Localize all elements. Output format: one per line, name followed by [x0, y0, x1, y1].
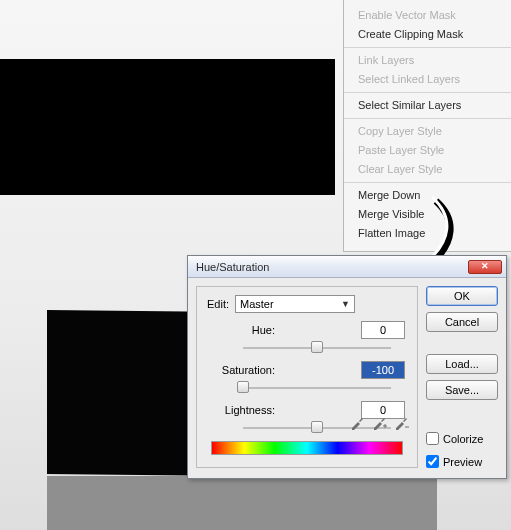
dialog-titlebar[interactable]: Hue/Saturation ✕ [188, 256, 506, 278]
hue-slider[interactable] [243, 341, 391, 355]
edit-dropdown[interactable]: Master ▼ [235, 295, 355, 313]
hue-label: Hue: [207, 324, 279, 336]
close-button[interactable]: ✕ [468, 260, 502, 274]
colorize-checkbox[interactable]: Colorize [426, 432, 498, 445]
layer-context-menu: Enable Vector MaskCreate Clipping MaskLi… [343, 0, 511, 252]
saturation-label: Saturation: [207, 364, 279, 376]
canvas-shape-top [0, 59, 335, 195]
saturation-slider[interactable] [243, 381, 391, 395]
menu-item-select-similar-layers[interactable]: Select Similar Layers [344, 96, 511, 115]
lightness-label: Lightness: [207, 404, 279, 416]
save-button[interactable]: Save... [426, 380, 498, 400]
menu-item-select-linked-layers: Select Linked Layers [344, 70, 511, 89]
colorize-checkbox-input[interactable] [426, 432, 439, 445]
menu-separator [344, 118, 511, 119]
eyedropper-icon[interactable] [349, 415, 365, 431]
close-icon: ✕ [481, 262, 489, 271]
menu-item-enable-vector-mask: Enable Vector Mask [344, 6, 511, 25]
chevron-down-icon: ▼ [341, 299, 350, 309]
menu-item-copy-layer-style: Copy Layer Style [344, 122, 511, 141]
menu-item-clear-layer-style: Clear Layer Style [344, 160, 511, 179]
load-button[interactable]: Load... [426, 354, 498, 374]
controls-panel: Edit: Master ▼ Hue: 0 Saturation: -100 [196, 286, 418, 468]
dialog-side-buttons: OK Cancel Load... Save... Colorize Previ… [426, 286, 498, 468]
preview-checkbox[interactable]: Preview [426, 455, 498, 468]
canvas-shadow [47, 476, 437, 530]
colorize-label: Colorize [443, 433, 483, 445]
menu-item-create-clipping-mask[interactable]: Create Clipping Mask [344, 25, 511, 44]
eyedropper-add-icon[interactable] [371, 415, 387, 431]
edit-label: Edit: [207, 298, 229, 310]
menu-separator [344, 92, 511, 93]
menu-item-merge-visible[interactable]: Merge Visible [344, 205, 511, 224]
preview-checkbox-input[interactable] [426, 455, 439, 468]
menu-separator [344, 182, 511, 183]
menu-item-flatten-image[interactable]: Flatten Image [344, 224, 511, 243]
menu-item-paste-layer-style: Paste Layer Style [344, 141, 511, 160]
saturation-input[interactable]: -100 [361, 361, 405, 379]
dialog-body: Edit: Master ▼ Hue: 0 Saturation: -100 [188, 278, 506, 478]
spectrum-bar[interactable] [211, 441, 403, 455]
eyedropper-subtract-icon[interactable] [393, 415, 409, 431]
ok-button[interactable]: OK [426, 286, 498, 306]
menu-item-merge-down[interactable]: Merge Down [344, 186, 511, 205]
eyedropper-group [349, 415, 409, 431]
cancel-button[interactable]: Cancel [426, 312, 498, 332]
edit-dropdown-value: Master [240, 298, 274, 310]
hue-saturation-dialog: Hue/Saturation ✕ Edit: Master ▼ Hue: 0 [187, 255, 507, 479]
dialog-title: Hue/Saturation [196, 261, 269, 273]
hue-input[interactable]: 0 [361, 321, 405, 339]
menu-item-link-layers: Link Layers [344, 51, 511, 70]
menu-separator [344, 47, 511, 48]
preview-label: Preview [443, 456, 482, 468]
